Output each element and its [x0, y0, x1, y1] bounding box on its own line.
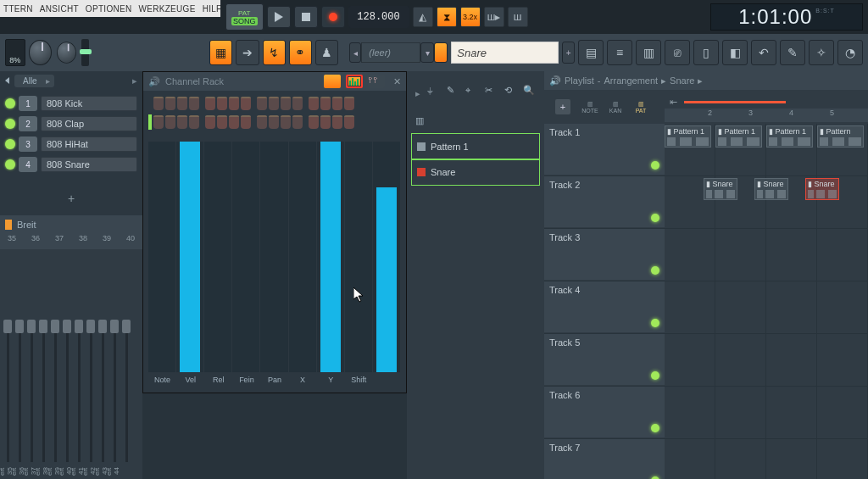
- pattern-add[interactable]: +: [562, 42, 575, 64]
- step-cell[interactable]: [217, 115, 227, 129]
- step-cell[interactable]: [205, 97, 215, 110]
- step-cell[interactable]: [189, 97, 199, 110]
- step-cell[interactable]: [344, 115, 354, 129]
- graph-column[interactable]: [204, 142, 232, 372]
- stop-button[interactable]: [294, 6, 318, 28]
- arrangement-label[interactable]: Arrangement: [604, 75, 659, 86]
- channel-number[interactable]: 2: [19, 116, 37, 131]
- track-header[interactable]: Track 2: [544, 176, 665, 228]
- playlist-mode-note[interactable]: ▥NOTE: [577, 97, 603, 117]
- playlist-track[interactable]: Track 4: [544, 281, 868, 334]
- channel-led[interactable]: [5, 159, 15, 170]
- track-led[interactable]: [651, 371, 659, 380]
- step-cell[interactable]: [320, 97, 331, 110]
- rack-view1[interactable]: [324, 75, 341, 88]
- playlist-clip[interactable]: ▮ Pattern 1: [766, 125, 813, 148]
- magnet-icon[interactable]: ⏚: [427, 85, 440, 102]
- playlist-mode-kan[interactable]: ▥KAN: [603, 97, 628, 117]
- mixer-strip-area[interactable]: 353637383940 ert 35ert 36ert 37ert 38ert…: [0, 234, 142, 479]
- mixer-strip[interactable]: [26, 253, 36, 462]
- mixer-strip[interactable]: [3, 253, 13, 462]
- track-led[interactable]: [651, 266, 659, 275]
- mixer-strip[interactable]: [62, 253, 72, 462]
- step-cell[interactable]: [281, 115, 291, 129]
- track-led[interactable]: [651, 424, 659, 432]
- step-cell[interactable]: [309, 115, 319, 129]
- channel-name[interactable]: 808 HiHat: [41, 136, 137, 152]
- playlist-mode-pat[interactable]: ▥PAT: [628, 97, 654, 117]
- channel-number[interactable]: 1: [19, 96, 37, 111]
- view-playlist-button[interactable]: ▤: [578, 40, 604, 65]
- step-cell[interactable]: [309, 97, 319, 110]
- chevron-right-icon[interactable]: ▸: [415, 88, 420, 99]
- step-cell[interactable]: [153, 115, 164, 129]
- mixer-strip[interactable]: [121, 253, 131, 462]
- playlist-selected-pattern[interactable]: Snare: [670, 75, 694, 86]
- mixer-strip[interactable]: [14, 253, 25, 462]
- song-position[interactable]: 1:01:00 B:S:T: [710, 3, 863, 31]
- menu-item[interactable]: OPTIONEN: [82, 4, 136, 14]
- graph-column[interactable]: [317, 142, 345, 372]
- collapse-icon[interactable]: [5, 77, 9, 84]
- sound-icon[interactable]: 🔊: [549, 75, 561, 86]
- step-cell[interactable]: [269, 115, 279, 129]
- master-slider[interactable]: [81, 39, 89, 66]
- playlist-titlebar[interactable]: 🔊 Playlist - Arrangement ▸ Snare ▸: [544, 71, 868, 90]
- track-header[interactable]: Track 7: [544, 439, 665, 479]
- step-cell[interactable]: [177, 97, 187, 110]
- channel-name[interactable]: 808 Snare: [41, 157, 137, 172]
- play-button[interactable]: [267, 6, 291, 28]
- playlist-track[interactable]: Track 2 ▮ Snare▮ Snare▮ Snare: [544, 176, 868, 229]
- step-sequencer[interactable]: [148, 94, 359, 131]
- piano-icon[interactable]: ▥: [415, 115, 424, 125]
- record-button[interactable]: [321, 6, 345, 28]
- track-lane[interactable]: [665, 439, 868, 479]
- add-channel-button[interactable]: +: [0, 188, 142, 209]
- view-mixer-button[interactable]: ⎚: [665, 40, 690, 65]
- graph-column[interactable]: [176, 142, 204, 372]
- graph-editor[interactable]: [148, 142, 401, 372]
- master-level[interactable]: 8%: [5, 39, 25, 66]
- pattern-dd2[interactable]: [434, 42, 448, 63]
- metronome-icon[interactable]: ◭: [413, 7, 433, 27]
- loop-rec-icon[interactable]: ш▸: [484, 7, 504, 27]
- playlist-track[interactable]: Track 1 ▮ Pattern 1▮ Pattern 1▮ Pattern …: [544, 124, 868, 176]
- pattern-list[interactable]: Pattern 1 Snare: [407, 134, 544, 185]
- step-row[interactable]: [148, 113, 359, 131]
- channel-rack-titlebar[interactable]: 🔊 Channel Rack ⫯⫯ ✕: [143, 72, 406, 91]
- graph-column[interactable]: [148, 142, 176, 372]
- pattern-dd1[interactable]: ▾: [420, 42, 434, 63]
- mixer-label[interactable]: Breit: [17, 220, 36, 230]
- add-track-button[interactable]: +: [555, 99, 570, 114]
- playlist-clip[interactable]: ▮ Pattern 1: [665, 125, 711, 148]
- step-cell[interactable]: [217, 97, 227, 110]
- pat-song-switch[interactable]: PAT SONG: [225, 3, 264, 31]
- view-channelrack-button[interactable]: ▥: [636, 40, 661, 65]
- step-cell[interactable]: [257, 97, 267, 110]
- channel-row[interactable]: 3 808 HiHat: [5, 134, 137, 154]
- track-header[interactable]: Track 6: [544, 387, 665, 438]
- menu-item[interactable]: TTERN: [0, 4, 36, 14]
- step-cell[interactable]: [165, 97, 175, 110]
- step-cell[interactable]: [292, 115, 303, 129]
- zoom-handle-icon[interactable]: ⇤: [670, 97, 677, 108]
- view-plugin-button[interactable]: ◧: [722, 40, 748, 65]
- pattern-list-item[interactable]: Pattern 1: [412, 134, 539, 159]
- undo-button[interactable]: ↶: [751, 40, 776, 65]
- playlist-track[interactable]: Track 7: [544, 439, 868, 479]
- playlist-clip[interactable]: ▮ Pattern 1: [715, 125, 762, 148]
- pattern-selector-text[interactable]: (leer): [361, 42, 420, 63]
- track-header[interactable]: Track 5: [544, 334, 665, 386]
- playlist-track[interactable]: Track 3: [544, 229, 868, 281]
- mixer-strip[interactable]: [97, 253, 108, 462]
- track-header[interactable]: Track 3: [544, 229, 665, 281]
- track-header[interactable]: Track 1: [544, 124, 665, 175]
- channel-row[interactable]: 1 808 Kick: [5, 93, 137, 114]
- zoom-icon[interactable]: 🔍: [523, 85, 536, 102]
- step-cell[interactable]: [269, 97, 279, 110]
- menu-item[interactable]: WERKZEUGE: [135, 4, 198, 14]
- mute-icon[interactable]: ⟲: [504, 85, 517, 102]
- mixer-strip[interactable]: [50, 253, 60, 462]
- settings-button[interactable]: ◔: [837, 40, 863, 65]
- browser-filter[interactable]: Alle: [14, 75, 54, 87]
